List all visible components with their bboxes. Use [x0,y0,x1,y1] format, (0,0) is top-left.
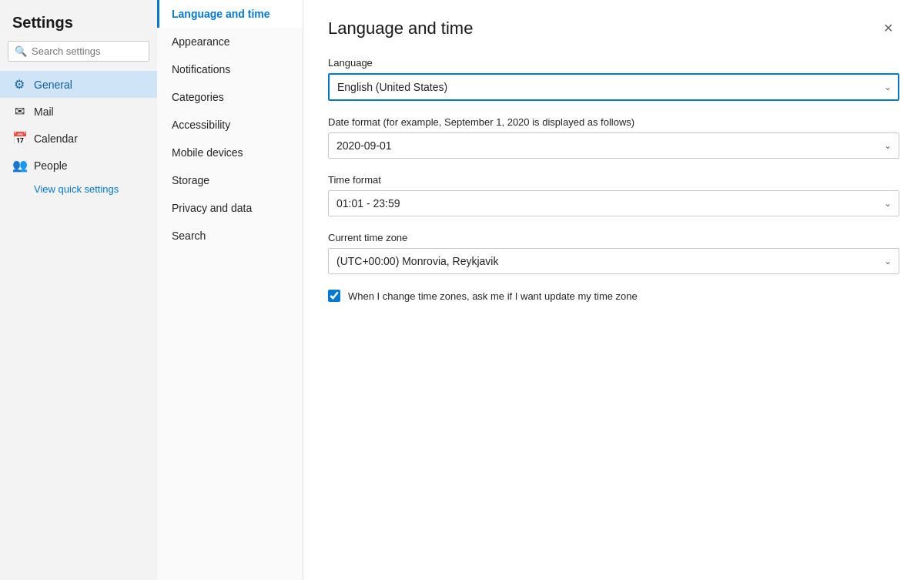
search-placeholder: Search settings [32,45,101,57]
date-format-dropdown-wrapper: 2020-09-0109/01/202001/09/2020September … [328,132,899,159]
language-select[interactable]: English (United States)English (United K… [328,73,899,101]
sub-nav-item-appearance[interactable]: Appearance [157,28,303,55]
content-title: Language and time [328,18,473,39]
sub-nav-item-notifications[interactable]: Notifications [157,55,303,83]
search-box[interactable]: 🔍 Search settings [8,41,149,62]
sub-nav: Language and timeAppearanceNotifications… [157,0,303,250]
left-nav: ⚙ General ✉ Mail 📅 Calendar 👥 People [0,71,157,179]
sidebar-item-calendar[interactable]: 📅 Calendar [0,125,157,152]
calendar-label: Calendar [34,132,78,145]
date-format-label: Date format (for example, September 1, 2… [328,116,899,128]
sub-nav-item-search[interactable]: Search [157,222,303,250]
language-dropdown-wrapper: English (United States)English (United K… [328,73,899,101]
calendar-icon: 📅 [12,131,26,146]
date-format-select[interactable]: 2020-09-0109/01/202001/09/2020September … [328,132,899,159]
mail-label: Mail [34,106,54,118]
sub-nav-item-mobile-devices[interactable]: Mobile devices [157,139,303,166]
people-icon: 👥 [12,158,26,173]
close-button[interactable]: ✕ [877,19,899,38]
sidebar-item-people[interactable]: 👥 People [0,152,157,179]
sub-nav-item-storage[interactable]: Storage [157,166,303,194]
general-icon: ⚙ [12,77,26,92]
search-box-wrapper: 🔍 Search settings [0,41,157,71]
mail-icon: ✉ [12,104,26,119]
time-format-label: Time format [328,174,899,186]
timezone-checkbox-row: When I change time zones, ask me if I wa… [328,290,899,302]
people-label: People [34,159,68,172]
time-zone-dropdown-wrapper: (UTC+00:00) Monrovia, Reykjavik(UTC-05:0… [328,248,899,274]
sub-nav-item-categories[interactable]: Categories [157,83,303,111]
sidebar-mid: Language and timeAppearanceNotifications… [157,0,303,580]
sub-nav-item-accessibility[interactable]: Accessibility [157,111,303,139]
sidebar-item-general[interactable]: ⚙ General [0,71,157,98]
content-header: Language and time ✕ [328,18,899,39]
sub-nav-item-privacy-and-data[interactable]: Privacy and data [157,194,303,222]
time-format-select[interactable]: 01:01 - 23:591:01 AM - 11:59 PM [328,190,899,216]
sidebar-item-mail[interactable]: ✉ Mail [0,98,157,125]
language-label: Language [328,57,899,69]
search-icon: 🔍 [15,45,27,57]
timezone-update-checkbox[interactable] [328,290,340,302]
sub-nav-item-language-and-time[interactable]: Language and time [157,0,303,28]
app-title: Settings [0,0,157,41]
sidebar-left: Settings 🔍 Search settings ⚙ General ✉ M… [0,0,157,580]
main-content: Language and time ✕ Language English (Un… [303,0,924,580]
time-zone-select[interactable]: (UTC+00:00) Monrovia, Reykjavik(UTC-05:0… [328,248,899,274]
view-quick-settings-link[interactable]: View quick settings [0,179,157,199]
time-zone-label: Current time zone [328,232,899,243]
timezone-checkbox-label[interactable]: When I change time zones, ask me if I wa… [348,290,638,302]
general-label: General [34,79,72,91]
time-format-dropdown-wrapper: 01:01 - 23:591:01 AM - 11:59 PM ⌄ [328,190,899,216]
